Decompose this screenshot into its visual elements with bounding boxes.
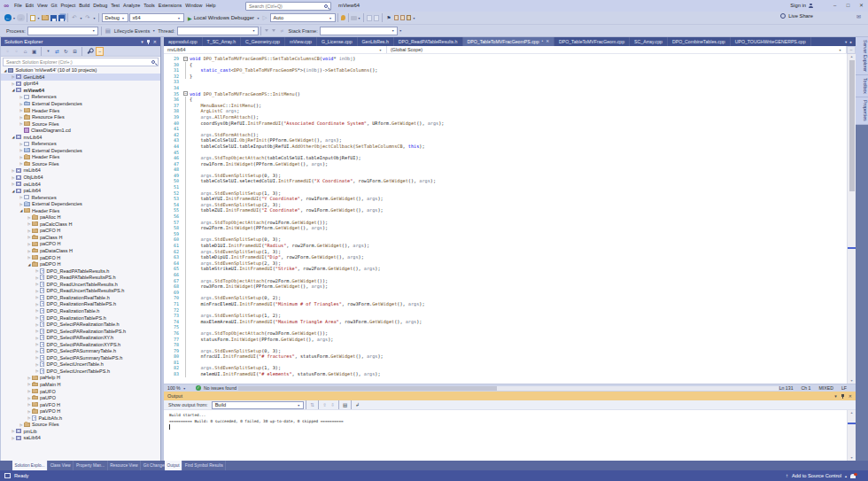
tool-window-tab-properties[interactable]: Properties <box>856 97 868 125</box>
editor-tab[interactable]: DPO_TableToMVFracGeomPS.cpp•✕ <box>463 37 554 46</box>
tree-item[interactable]: ClassDiagram1.cd <box>1 127 160 134</box>
output-log[interactable]: Build started...========== Build: 0 succ… <box>164 410 847 461</box>
add-to-source-control-button[interactable]: Add to Source Control <box>792 473 841 478</box>
next-bookmark-icon[interactable] <box>400 15 405 20</box>
feedback-icon[interactable]: ✉ <box>856 13 861 19</box>
tree-item[interactable]: ▷DPO_RealizationTable.h <box>1 307 160 314</box>
menu-tools[interactable]: Tools <box>142 0 157 12</box>
lifecycle-events-icon[interactable]: ▤ <box>104 27 112 35</box>
bookmark-window-icon[interactable] <box>407 15 411 20</box>
tree-item[interactable]: ▷DPO_SelectPARealizationTablePS.h <box>1 328 160 335</box>
editor-tab[interactable]: C_Geometry.cpp <box>241 37 285 46</box>
tree-item[interactable]: ◢paDPO H <box>1 260 160 268</box>
output-vertical-scrollbar[interactable]: ▲ ▼ <box>847 410 856 461</box>
tree-item[interactable]: ▷paVPO H <box>1 407 160 415</box>
pending-changes-filter-icon[interactable]: ▼ <box>44 47 52 56</box>
tree-item[interactable]: ▷osLib64 <box>1 181 160 188</box>
home-icon[interactable]: ⌂ <box>21 47 29 56</box>
editor-tab[interactable]: GenLibRes.h <box>358 37 394 46</box>
tree-item[interactable]: ▷External Dependencies <box>1 200 160 207</box>
menu-project[interactable]: Project <box>58 0 77 12</box>
hot-reload-icon[interactable] <box>341 15 346 21</box>
refresh-icon[interactable]: ↻ <box>62 47 70 56</box>
scroll-up-icon[interactable]: ▲ <box>848 55 856 58</box>
sync-documents-icon[interactable] <box>367 15 372 21</box>
tree-item[interactable]: ▷pmLib <box>1 428 160 435</box>
switch-views-icon[interactable]: ▣ <box>30 47 38 56</box>
open-containing-folder-icon[interactable] <box>374 15 379 21</box>
navigate-forward-icon[interactable]: → <box>17 14 25 22</box>
filter-threads-icon[interactable] <box>265 29 268 32</box>
tree-item[interactable]: ▷paMain H <box>1 381 160 388</box>
filter-flagged-icon[interactable] <box>272 29 275 32</box>
tree-item[interactable]: ▷ObjLib64 <box>1 174 160 181</box>
stack-frames-icon[interactable]: ≠ <box>278 27 286 35</box>
tree-item[interactable]: ▷DPO_ReadUncertTableResultsPS.h <box>1 288 160 295</box>
tree-item[interactable]: ▷paAlloc H <box>1 214 160 221</box>
tree-item[interactable]: ▷DPO_SelectPARealizationXY.h <box>1 334 160 341</box>
tool-window-tab-server-explorer[interactable]: Server Explorer <box>856 37 868 75</box>
properties-icon[interactable] <box>87 48 92 53</box>
forward-icon[interactable]: ○ <box>12 47 20 56</box>
menu-view[interactable]: View <box>35 0 50 12</box>
editor-horizontal-scrollbar[interactable] <box>238 386 779 391</box>
scrollbar-thumb[interactable] <box>238 386 497 391</box>
tree-item[interactable]: ▷DPO_SelectPARealizationXYPS.h <box>1 341 160 348</box>
configuration-dropdown[interactable]: Debug▾ <box>102 13 128 22</box>
dropdown-caret-icon[interactable]: ▾ <box>256 16 260 20</box>
tree-item[interactable]: ▷Source Files <box>1 421 160 428</box>
menu-window[interactable]: Window <box>183 0 204 12</box>
editor-tab[interactable]: G_License.cpp <box>317 37 358 46</box>
pin-icon[interactable] <box>147 40 150 44</box>
pin-icon[interactable] <box>841 394 844 399</box>
thread-dropdown[interactable]: ▾ <box>177 27 259 35</box>
tree-item[interactable]: ▷saLib64 <box>1 435 160 442</box>
tree-item[interactable]: ▷paUPO <box>1 394 160 401</box>
editor-vertical-scrollbar[interactable]: ▲ ▼ <box>847 54 856 384</box>
tree-item[interactable]: ▷Resource Files <box>1 113 160 120</box>
tree-item[interactable]: ▷References <box>1 141 160 148</box>
menu-edit[interactable]: Edit <box>24 0 35 12</box>
notifications-bell-icon[interactable] <box>850 474 856 478</box>
menu-test[interactable]: Test <box>109 0 121 12</box>
issues-status[interactable]: No issues found <box>204 385 236 391</box>
tree-item[interactable]: ▷External Dependencies <box>1 147 160 154</box>
watch-dropdown[interactable]: Auto▾ <box>270 13 336 22</box>
zoom-dropdown[interactable]: 100 %▾ <box>166 384 190 392</box>
tree-item[interactable]: ◢mvLib64 <box>1 134 160 141</box>
scroll-up-icon[interactable]: ▲ <box>848 411 856 415</box>
menu-debug[interactable]: Debug <box>91 0 109 12</box>
tree-item[interactable]: ◢Solution 'mView64' (10 of 10 projects) <box>1 67 160 74</box>
tree-item[interactable]: ▷DPO_SelectPASummaryTable.h <box>1 347 160 354</box>
sign-in-button[interactable]: Sign in <box>790 0 813 12</box>
dropdown-caret-icon[interactable]: ▾ <box>357 16 361 20</box>
bookmark-icon[interactable]: ⚑ <box>385 13 393 22</box>
lifecycle-events-button[interactable]: Lifecycle Events <box>114 28 150 34</box>
dropdown-caret-icon[interactable]: ▾ <box>79 16 83 20</box>
scroll-down-icon[interactable]: ▼ <box>848 456 856 460</box>
tree-item[interactable]: ▷DPO_RealizationRealTable.h <box>1 294 160 301</box>
panel-tab-solution-explo-[interactable]: Solution Explo... <box>12 461 48 470</box>
tree-item[interactable]: ▷External Dependencies <box>1 100 160 107</box>
tree-item[interactable]: ▷GenLib64 <box>1 74 160 81</box>
tool-window-tab-toolbox[interactable]: Toolbox <box>856 75 868 97</box>
clear-all-icon[interactable]: ▤ <box>341 400 349 409</box>
start-debug-button[interactable]: ▶Local Windows Debugger <box>188 15 254 21</box>
tree-item[interactable]: ▷paDataClass H <box>1 247 160 254</box>
save-icon[interactable] <box>50 15 57 21</box>
menu-git[interactable]: Git <box>50 0 59 12</box>
stack-frame-dropdown[interactable]: ▾ <box>320 27 398 35</box>
editor-tab[interactable]: DPO_ReadPATableResults.h <box>394 37 463 46</box>
dropdown-caret-icon[interactable]: ▾ <box>399 28 403 33</box>
breadcrumb-scope-dropdown[interactable]: (Global Scope)▾ <box>387 46 847 53</box>
close-icon[interactable]: ✕ <box>849 393 852 399</box>
live-share-button[interactable]: Live Share <box>779 13 813 19</box>
panel-tab-resource-view[interactable]: Resource View <box>108 461 142 470</box>
window-position-icon[interactable]: ▾ <box>141 39 143 44</box>
panel-tab-find-symbol-results[interactable]: Find Symbol Results <box>182 461 226 470</box>
open-folder-icon[interactable] <box>42 15 49 20</box>
preview-selected-items-toggle[interactable]: − <box>96 47 104 56</box>
tree-item[interactable]: ◢paLib64 <box>1 187 160 194</box>
menu-file[interactable]: File <box>12 0 24 12</box>
editor-tab[interactable]: T_SC_Array.h <box>203 37 241 46</box>
